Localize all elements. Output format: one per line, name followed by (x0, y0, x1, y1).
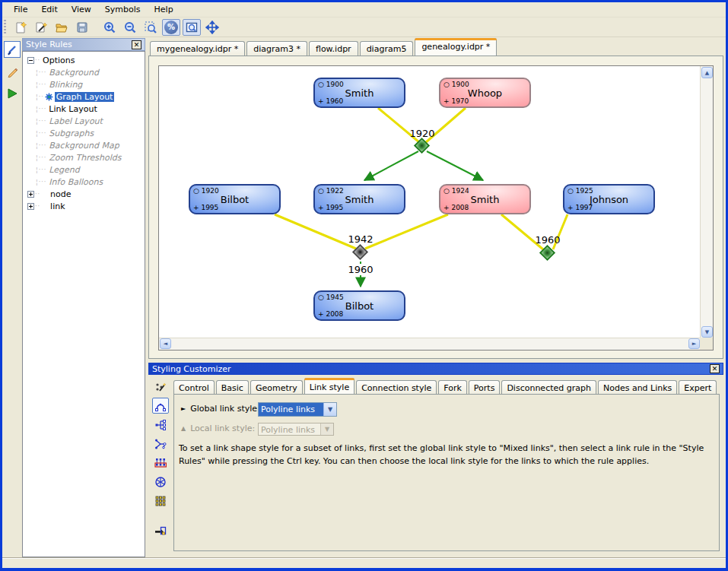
tab-disconnected-graph[interactable]: Disconnected graph (501, 380, 596, 394)
style-mode-button[interactable] (4, 41, 21, 58)
menu-view[interactable]: View (65, 2, 98, 17)
tab-connection-style[interactable]: Connection style (356, 380, 437, 394)
person-node[interactable]: ○ 1900 Whoop + 1970 (439, 78, 531, 108)
grid-layout-button[interactable] (152, 493, 169, 509)
style-rules-titlebar: Style Rules ✕ (22, 38, 145, 51)
customizer-close-button[interactable]: ✕ (710, 364, 720, 373)
tab-expert[interactable]: Expert (679, 380, 717, 394)
zoom-out-button[interactable] (121, 19, 139, 36)
tab-link-style-active[interactable]: Link style (304, 378, 354, 394)
person-node[interactable]: ○ 1900 Smith + 1960 (313, 78, 405, 108)
diagram-canvas[interactable]: ○ 1900 Smith + 1960 ○ 1900 Whoop + 1970 … (158, 65, 714, 351)
menu-symbols[interactable]: Symbols (98, 2, 148, 17)
tab-fork[interactable]: Fork (438, 380, 467, 394)
expand-expander-icon[interactable] (27, 191, 34, 198)
close-icon: ✕ (134, 41, 140, 49)
person-node[interactable]: ○ 1922 Smith + 1995 (313, 184, 405, 214)
tree-item-info-balloons[interactable]: ¦···Info Balloons (35, 176, 145, 188)
tree-label: Label Layout (47, 116, 104, 126)
style-rules-panel: Style Rules ✕ ·· Options ¦···Background … (22, 38, 145, 557)
document-tabs: mygenealogy.idpr * diagram3 * flow.idpr … (150, 40, 497, 56)
run-button[interactable] (4, 85, 21, 102)
scroll-right-button[interactable]: ► (688, 338, 700, 349)
style-rules-close-button[interactable]: ✕ (132, 40, 141, 49)
window-border-left (0, 0, 2, 571)
combo-arrow-icon[interactable]: ▼ (323, 403, 336, 416)
expand-marker-icon[interactable]: ► (181, 405, 186, 412)
tree-layout-button[interactable] (152, 417, 169, 433)
tree-item-label-layout[interactable]: ¦···Label Layout (35, 115, 145, 127)
layout-wand-button[interactable] (152, 379, 169, 395)
style-brush-icon (6, 43, 18, 56)
tree-item-blinking[interactable]: ¦···Blinking (35, 78, 145, 90)
scroll-left-button[interactable]: ◄ (160, 338, 171, 349)
global-link-style-select[interactable]: Polyline links ▼ (258, 402, 337, 417)
person-node[interactable]: ○ 1920 Bilbot + 1995 (189, 184, 281, 214)
toolbar-grip[interactable] (4, 20, 6, 35)
birth-year: 1924 (452, 187, 469, 195)
save-button[interactable] (73, 19, 91, 36)
tree-label: Zoom Thresholds (47, 153, 122, 163)
union-year-label: 1960 (531, 234, 564, 246)
death-year: 1960 (326, 97, 343, 105)
scroll-down-button[interactable]: ▼ (701, 326, 713, 338)
tab-control[interactable]: Control (173, 380, 215, 394)
layout-wand-icon (154, 381, 167, 393)
tree-item-zoom-thresholds[interactable]: ¦···Zoom Thresholds (35, 151, 145, 163)
scroll-up-button[interactable]: ▲ (701, 67, 713, 78)
vertical-scrollbar[interactable]: ▲ ▼ (700, 66, 713, 338)
tree-item-legend[interactable]: ¦···Legend (35, 163, 145, 176)
drop-node-button[interactable] (152, 522, 169, 538)
tab-genealogy-active[interactable]: genealogy.idpr * (415, 38, 497, 56)
branch-layout-button[interactable] (152, 436, 169, 452)
tree-label: Subgraphs (47, 128, 95, 138)
person-node[interactable]: ○ 1945 Bilbot + 2008 (313, 290, 405, 321)
tab-ports[interactable]: Ports (469, 380, 501, 394)
circular-layout-button[interactable] (152, 474, 169, 490)
tree-item-graph-layout[interactable]: ¦·· Graph Layout (35, 90, 145, 103)
horizontal-scrollbar[interactable]: ◄ ► (159, 338, 701, 350)
tab-geometry[interactable]: Geometry (250, 380, 303, 394)
tree-item-link[interactable]: ··link (23, 200, 145, 212)
zoom-area-icon (144, 21, 157, 34)
main-toolbar: % (2, 17, 726, 37)
tree-item-link-layout[interactable]: ¦···Link Layout (35, 103, 145, 115)
zoom-percent-button[interactable]: % (162, 19, 180, 36)
new-document-button[interactable] (11, 19, 30, 36)
tree-item-background-map[interactable]: ¦···Background Map (35, 139, 145, 151)
local-link-style-value: Polyline links (259, 423, 320, 435)
new-wizard-button[interactable] (32, 19, 50, 36)
zoom-out-icon (123, 21, 137, 34)
gear-icon (45, 93, 53, 101)
birth-icon: ○ (318, 293, 324, 301)
collapse-expander-icon[interactable] (27, 57, 34, 64)
tree-item-subgraphs[interactable]: ¦···Subgraphs (35, 127, 145, 139)
person-node[interactable]: ○ 1925 Johnson + 1997 (563, 184, 655, 214)
menu-edit[interactable]: Edit (34, 2, 64, 17)
tab-nodes-and-links[interactable]: Nodes and Links (598, 380, 677, 394)
open-button[interactable] (52, 19, 71, 36)
tab-mygenealogy[interactable]: mygenealogy.idpr * (150, 41, 245, 56)
tree-item-options[interactable]: ·· Options (23, 54, 145, 66)
zoom-in-button[interactable] (100, 19, 119, 36)
pan-button[interactable] (203, 19, 221, 36)
diagram-view[interactable]: ○ 1900 Smith + 1960 ○ 1900 Whoop + 1970 … (159, 66, 701, 338)
tab-diagram5[interactable]: diagram5 (360, 41, 414, 56)
menu-help[interactable]: Help (148, 2, 180, 17)
overview-button[interactable] (183, 19, 201, 36)
tab-basic[interactable]: Basic (216, 380, 249, 394)
expand-expander-icon[interactable] (27, 203, 34, 210)
overview-icon (185, 21, 199, 34)
tab-flow[interactable]: flow.idpr (309, 41, 358, 56)
tree-item-node[interactable]: ··node (23, 188, 145, 200)
edit-mode-button[interactable] (4, 63, 21, 80)
tree-item-background[interactable]: ¦···Background (35, 66, 145, 78)
zoom-area-button[interactable] (141, 19, 160, 36)
tab-diagram3[interactable]: diagram3 * (246, 41, 307, 56)
person-node[interactable]: ○ 1924 Smith + 2008 (439, 184, 531, 214)
circular-layout-icon (154, 476, 167, 488)
bus-layout-button[interactable] (152, 455, 169, 471)
menu-file[interactable]: File (7, 2, 34, 17)
arc-layout-button[interactable] (152, 398, 169, 414)
death-icon: + (567, 204, 574, 211)
